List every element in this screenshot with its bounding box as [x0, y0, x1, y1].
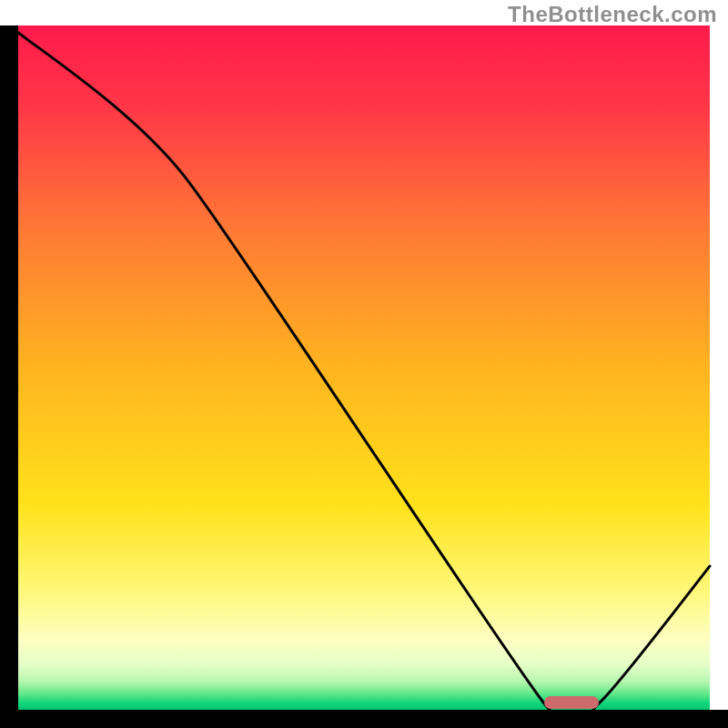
plot-background: [18, 25, 710, 710]
x-axis: [0, 710, 728, 728]
y-axis: [0, 25, 18, 728]
chart-svg: [0, 0, 728, 728]
optimum-marker: [544, 696, 600, 709]
chart-container: TheBottleneck.com: [0, 0, 728, 728]
watermark-label: TheBottleneck.com: [508, 2, 717, 27]
